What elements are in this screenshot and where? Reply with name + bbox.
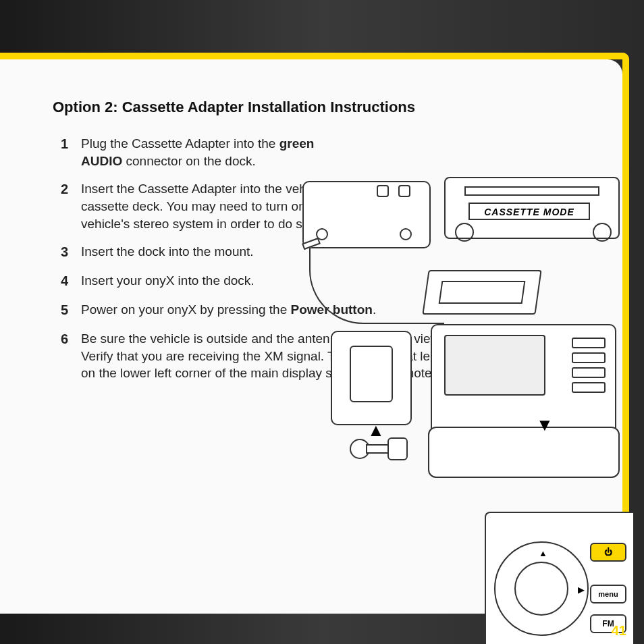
step-4: 4 Insert your onyX into the dock. [53, 272, 350, 290]
step-text-pre: Plug the Cassette Adapter into the [81, 136, 279, 151]
dock-screw-icon [377, 185, 389, 197]
stereo-knob-icon [593, 223, 612, 242]
nav-right-icon: ▶ [578, 585, 585, 595]
cassette-slot-icon [464, 186, 599, 196]
step-number: 2 [53, 180, 81, 232]
stereo-knob-icon [455, 223, 474, 242]
menu-button-icon: menu [590, 585, 626, 603]
arrow-down-icon: ▼ [536, 414, 554, 435]
body-area: 1 Plug the Cassette Adapter into the gre… [53, 135, 582, 382]
dock-illustration [302, 181, 431, 248]
power-button-icon: ⏻ [590, 543, 626, 562]
dock-screw-icon [398, 185, 410, 197]
step-number: 6 [53, 330, 81, 382]
step-number: 3 [53, 243, 81, 261]
section-heading: Option 2: Cassette Adapter Installation … [53, 99, 582, 116]
step-number: 5 [53, 301, 81, 319]
page-number: 41 [612, 623, 626, 639]
receiver-dock-base-illustration [428, 427, 620, 478]
page-card: Option 2: Cassette Adapter Installation … [0, 59, 622, 614]
step-1: 1 Plug the Cassette Adapter into the gre… [53, 135, 350, 169]
step-number: 4 [53, 272, 81, 290]
nav-up-icon: ▲ [539, 548, 547, 558]
arrow-up-icon: ▲ [367, 420, 385, 441]
step-text: Plug the Cassette Adapter into the green… [81, 135, 350, 169]
mount-dock-illustration [331, 331, 412, 425]
stereo-display: CASSETTE MODE [468, 203, 590, 220]
step-number: 1 [53, 135, 81, 169]
step-text-post: connector on the dock. [122, 154, 256, 168]
cassette-adapter-illustration [422, 270, 541, 315]
accent-border-top [0, 53, 629, 59]
onyx-receiver-illustration [431, 324, 616, 439]
step-text-pre: Power on your onyX by pressing the [81, 302, 291, 317]
